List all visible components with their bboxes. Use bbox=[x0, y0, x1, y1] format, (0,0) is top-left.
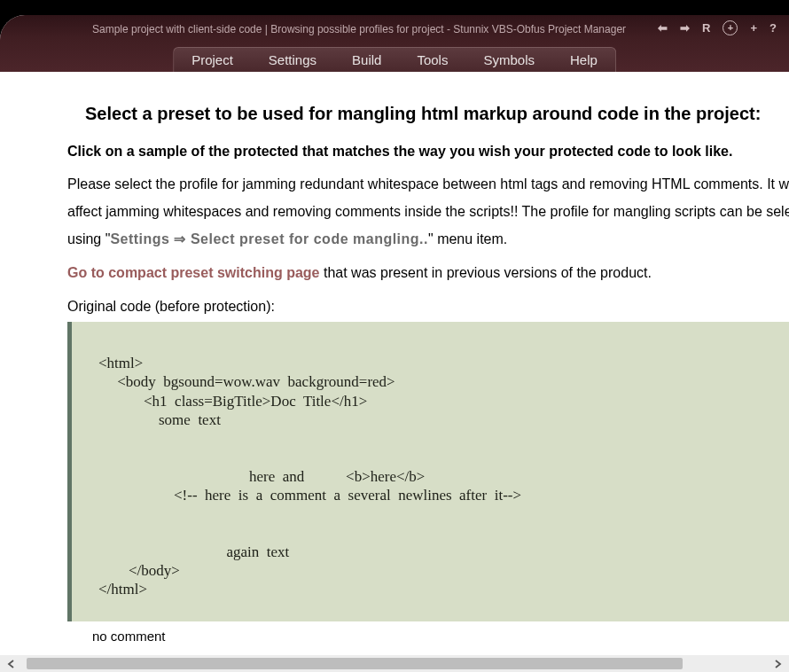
content-inner: Select a preset to be used for mangling … bbox=[14, 72, 789, 655]
compact-link-line: Go to compact preset switching page that… bbox=[67, 264, 789, 283]
original-code-label: Original code (before protection): bbox=[67, 299, 789, 315]
plus-icon[interactable]: + bbox=[750, 21, 757, 35]
reload-icon[interactable]: R bbox=[702, 21, 710, 35]
help-icon[interactable]: ? bbox=[769, 21, 777, 35]
menu-help[interactable]: Help bbox=[552, 48, 615, 72]
intro-prefix: using " bbox=[67, 231, 110, 246]
no-comment-label: no comment bbox=[67, 621, 789, 644]
scroll-track[interactable] bbox=[23, 655, 766, 672]
menu-project[interactable]: Project bbox=[174, 48, 251, 72]
scroll-left-icon[interactable] bbox=[0, 655, 23, 672]
main-window: Sample project with client-side code | B… bbox=[0, 15, 789, 655]
scroll-thumb[interactable] bbox=[27, 658, 683, 669]
titlebar-controls: ⬅ ➡ R + + ? bbox=[658, 20, 777, 35]
settings-path-ref: Settings ⇒ Select preset for code mangli… bbox=[110, 231, 428, 246]
zoom-icon[interactable]: + bbox=[723, 20, 738, 35]
compact-preset-link[interactable]: Go to compact preset switching page bbox=[67, 265, 320, 280]
main-menubar: Project Settings Build Tools Symbols Hel… bbox=[173, 47, 616, 72]
menu-tools[interactable]: Tools bbox=[399, 48, 465, 72]
menu-build[interactable]: Build bbox=[334, 48, 399, 72]
content-area: Select a preset to be used for mangling … bbox=[14, 72, 789, 655]
intro-line-2: affect jamming whitespaces and removing … bbox=[67, 203, 789, 222]
compact-link-suffix: that was present in previous versions of… bbox=[320, 265, 652, 280]
intro-line-1: Please select the profile for jamming re… bbox=[67, 176, 789, 194]
original-code-block: <html> <body bgsound=wow.wav background=… bbox=[67, 322, 789, 621]
intro-line-3: using "Settings ⇒ Select preset for code… bbox=[67, 231, 789, 249]
forward-icon[interactable]: ➡ bbox=[680, 21, 690, 35]
window-outer-border bbox=[0, 0, 789, 15]
horizontal-scrollbar[interactable] bbox=[0, 655, 789, 672]
titlebar: Sample project with client-side code | B… bbox=[0, 15, 789, 72]
intro-suffix: " menu item. bbox=[428, 231, 507, 246]
back-icon[interactable]: ⬅ bbox=[658, 21, 668, 35]
menu-symbols[interactable]: Symbols bbox=[465, 48, 552, 72]
page-title: Select a preset to be used for mangling … bbox=[85, 104, 789, 124]
menu-settings[interactable]: Settings bbox=[251, 48, 334, 72]
window-title: Sample project with client-side code | B… bbox=[92, 23, 626, 35]
page-subtitle: Click on a sample of the protected that … bbox=[67, 144, 789, 160]
scroll-right-icon[interactable] bbox=[766, 655, 789, 672]
